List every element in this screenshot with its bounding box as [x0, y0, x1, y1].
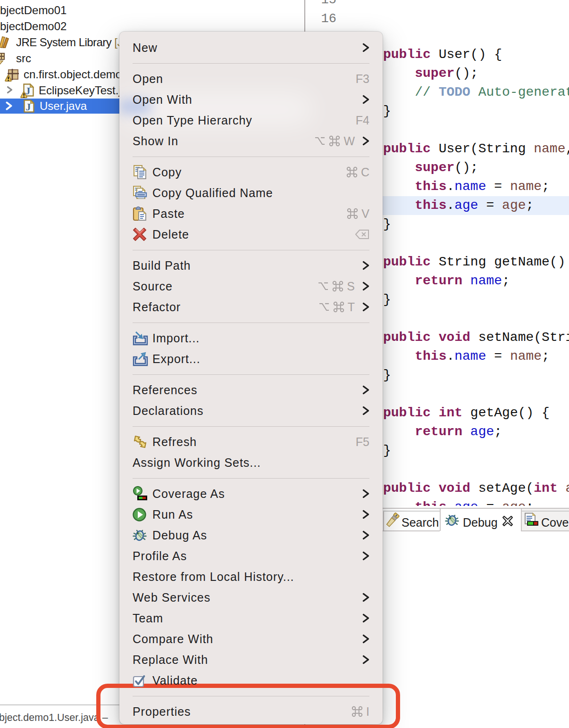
svg-text:J: J — [25, 101, 31, 113]
